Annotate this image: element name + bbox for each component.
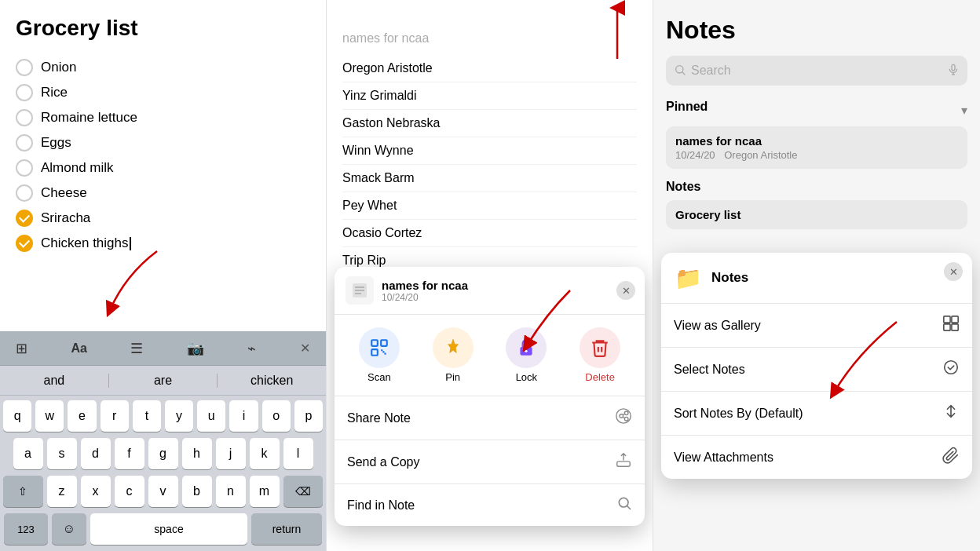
pin-action[interactable]: Pin xyxy=(433,327,474,383)
key-b[interactable]: b xyxy=(182,476,212,507)
keyboard-rows: q w e r t y u i o p a s d f g h j k l xyxy=(0,396,326,551)
key-j[interactable]: j xyxy=(216,438,246,469)
keyboard-close-icon[interactable]: ✕ xyxy=(300,341,310,356)
key-f[interactable]: f xyxy=(115,438,144,469)
view-gallery-icon xyxy=(942,315,960,336)
key-space[interactable]: space xyxy=(90,513,247,545)
list-item[interactable]: Pey Whet xyxy=(342,192,637,220)
checkbox-romaine[interactable] xyxy=(16,109,33,126)
notes-right-panel: Notes Search Pinned ▾ xyxy=(653,0,980,551)
pinned-note-card[interactable]: names for ncaa 10/24/20 Oregon Aristotle xyxy=(666,126,967,169)
key-v[interactable]: v xyxy=(148,476,178,507)
checkbox-rice[interactable] xyxy=(16,84,33,101)
key-d[interactable]: d xyxy=(81,438,111,469)
note-title: Yinz Grimaldi xyxy=(342,89,417,102)
key-n[interactable]: n xyxy=(216,476,246,507)
list-item[interactable]: Smack Barm xyxy=(342,165,637,192)
view-attachments-row[interactable]: View Attachments xyxy=(661,436,972,479)
key-a[interactable]: a xyxy=(13,438,43,469)
key-s[interactable]: s xyxy=(47,438,77,469)
key-r[interactable]: r xyxy=(101,400,129,432)
key-emoji[interactable]: ☺ xyxy=(52,513,86,545)
chevron-down-icon[interactable]: ▾ xyxy=(961,103,967,118)
upload-icon-svg xyxy=(615,451,632,469)
search-bar[interactable]: Search xyxy=(666,56,967,86)
autocomplete-are[interactable]: are xyxy=(109,374,218,388)
share-note-label: Share Note xyxy=(347,411,411,425)
key-i[interactable]: i xyxy=(229,400,258,432)
checkbox-almond[interactable] xyxy=(16,159,33,177)
navigation-icon[interactable]: ⌁ xyxy=(247,340,256,357)
table-icon[interactable]: ⊞ xyxy=(16,340,27,357)
find-in-note-row[interactable]: Find in Note xyxy=(335,484,645,526)
key-shift[interactable]: ⇧ xyxy=(3,476,43,507)
note-title: Trip Rip xyxy=(342,254,386,267)
camera-icon[interactable]: 📷 xyxy=(187,340,204,357)
dropdown-close-button[interactable]: ✕ xyxy=(944,262,963,281)
list-format-icon[interactable]: ☰ xyxy=(130,340,143,357)
key-k[interactable]: k xyxy=(250,438,280,469)
arrow-annotation-3 xyxy=(484,283,578,361)
key-x[interactable]: x xyxy=(81,476,111,507)
key-y[interactable]: y xyxy=(165,400,193,432)
autocomplete-chicken[interactable]: chicken xyxy=(218,374,326,388)
note-title: Winn Wynne xyxy=(342,144,414,157)
note-title: Pey Whet xyxy=(342,199,397,212)
grocery-title: Grocery list xyxy=(16,16,310,41)
key-g[interactable]: g xyxy=(148,438,178,469)
notes-section-card[interactable]: Grocery list xyxy=(666,200,967,229)
pinned-label: Pinned xyxy=(666,100,708,114)
list-item[interactable]: Ocasio Cortez xyxy=(342,220,637,247)
checkbox-cheese[interactable] xyxy=(16,184,33,202)
key-w[interactable]: w xyxy=(35,400,64,432)
key-l[interactable]: l xyxy=(283,438,313,469)
pinned-note-title: names for ncaa xyxy=(675,134,958,148)
key-z[interactable]: z xyxy=(47,476,77,507)
item-text-almond: Almond milk xyxy=(41,160,114,176)
svg-line-18 xyxy=(623,414,625,414)
delete-action[interactable]: Delete xyxy=(580,327,620,383)
checkbox-sriracha[interactable] xyxy=(16,210,33,227)
list-item[interactable]: Oregon Aristotle xyxy=(342,55,637,82)
list-item[interactable]: Yinz Grimaldi xyxy=(342,82,637,110)
context-menu-close-button[interactable]: ✕ xyxy=(616,281,635,300)
svg-rect-20 xyxy=(617,462,631,466)
checkbox-chicken[interactable] xyxy=(16,235,33,252)
find-in-note-label: Find in Note xyxy=(347,498,415,513)
note-title: Oregon Aristotle xyxy=(342,61,433,75)
key-numbers[interactable]: 123 xyxy=(4,513,48,545)
font-icon[interactable]: Aa xyxy=(71,341,87,356)
notes-section-item: Grocery list xyxy=(675,208,958,221)
list-item: Cheese xyxy=(16,181,310,206)
checkbox-onion[interactable] xyxy=(16,59,33,76)
context-menu-note-title: names for ncaa xyxy=(382,279,468,292)
mic-svg xyxy=(947,64,960,76)
key-e[interactable]: e xyxy=(68,400,96,432)
key-t[interactable]: t xyxy=(133,400,161,432)
checkbox-eggs[interactable] xyxy=(16,134,33,151)
list-item[interactable]: Gaston Nebraska xyxy=(342,110,637,137)
view-attachments-label: View Attachments xyxy=(674,451,773,465)
key-return[interactable]: return xyxy=(251,513,322,545)
svg-point-15 xyxy=(620,414,623,418)
key-c[interactable]: c xyxy=(115,476,144,507)
search-icon xyxy=(674,64,686,78)
list-item[interactable]: Winn Wynne xyxy=(342,137,637,165)
delete-svg xyxy=(590,338,610,358)
text-cursor xyxy=(130,237,131,250)
key-h[interactable]: h xyxy=(182,438,212,469)
share-note-row[interactable]: Share Note xyxy=(335,396,645,440)
key-q[interactable]: q xyxy=(3,400,31,432)
arrow-annotation-4 xyxy=(779,314,905,408)
right-panel-content: Notes Search Pinned ▾ xyxy=(653,0,980,250)
notes-section-label: Notes xyxy=(666,180,967,194)
key-u[interactable]: u xyxy=(197,400,225,432)
autocomplete-and[interactable]: and xyxy=(0,374,109,388)
key-p[interactable]: p xyxy=(294,400,323,432)
folder-icon: 📁 xyxy=(674,264,702,292)
key-m[interactable]: m xyxy=(250,476,280,507)
scan-action[interactable]: Scan xyxy=(359,327,400,383)
send-copy-row[interactable]: Send a Copy xyxy=(335,440,645,484)
key-backspace[interactable]: ⌫ xyxy=(283,476,324,507)
key-o[interactable]: o xyxy=(262,400,291,432)
